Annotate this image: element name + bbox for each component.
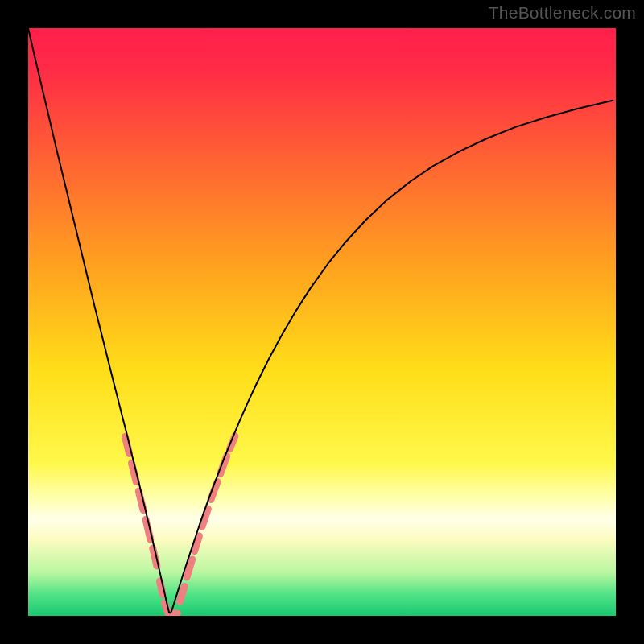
chart-svg	[28, 28, 616, 616]
watermark-text: TheBottleneck.com	[489, 3, 636, 23]
marker-dash	[180, 587, 184, 602]
plot-area	[28, 28, 616, 616]
chart-frame: TheBottleneck.com	[0, 0, 644, 644]
gradient-background	[28, 28, 616, 616]
